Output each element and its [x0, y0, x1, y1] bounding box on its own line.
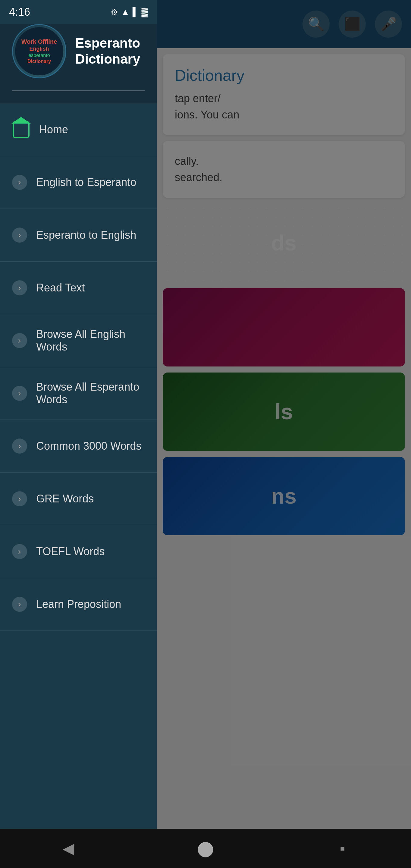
logo-work-text: Work Offline [22, 38, 57, 45]
logo-inner: Work Offline English esperanto Dictionar… [15, 27, 63, 75]
sidebar-item-toefl-words[interactable]: › TOEFL Words [0, 525, 157, 578]
home-icon [12, 121, 30, 138]
chevron-right-icon-2: › [12, 227, 27, 243]
sidebar-item-english-to-esperanto-label: English to Esperanto [36, 176, 145, 189]
back-icon: ◀ [63, 840, 74, 857]
sidebar-item-common-3000-words[interactable]: › Common 3000 Words [0, 420, 157, 472]
settings-status-icon: ⚙ [110, 7, 118, 17]
sidebar-item-gre-words-label: GRE Words [36, 493, 145, 505]
wifi-icon: ▲ [121, 7, 130, 17]
navigation-drawer: 4:16 ⚙ ▲ ▌ ▓ Work Offline English espera… [0, 0, 157, 868]
drawer-app-title-line2: Dictionary [75, 51, 140, 67]
chevron-right-icon-5: › [12, 386, 27, 401]
sidebar-item-english-to-esperanto[interactable]: › English to Esperanto [0, 156, 157, 209]
chevron-right-icon-9: › [12, 597, 27, 612]
sidebar-item-browse-all-esperanto-words[interactable]: › Browse All Esperanto Words [0, 367, 157, 420]
chevron-right-icon-3: › [12, 280, 27, 296]
status-time: 4:16 [9, 6, 30, 19]
drawer-logo-row: Work Offline English esperanto Dictionar… [12, 24, 145, 79]
chevron-right-icon-7: › [12, 491, 27, 506]
home-roof [11, 117, 31, 124]
recent-apps-icon: ▪ [340, 840, 345, 857]
sidebar-item-esperanto-to-english[interactable]: › Esperanto to English [0, 209, 157, 261]
chevron-right-icon-4: › [12, 333, 27, 348]
home-icon-shape [13, 121, 30, 138]
home-button[interactable]: ⬤ [187, 836, 224, 861]
sidebar-item-learn-preposition-label: Learn Preposition [36, 598, 145, 611]
sidebar-item-read-text[interactable]: › Read Text [0, 261, 157, 314]
app-logo: Work Offline English esperanto Dictionar… [12, 24, 66, 79]
logo-english-text: English [29, 46, 49, 52]
drawer-divider-top [12, 90, 145, 91]
signal-icon: ▌ [133, 7, 138, 17]
sidebar-item-gre-words[interactable]: › GRE Words [0, 472, 157, 525]
drawer-menu: Home › English to Esperanto › Esperanto … [0, 103, 157, 868]
chevron-right-icon: › [12, 175, 27, 190]
battery-icon: ▓ [141, 7, 148, 17]
sidebar-item-home-label: Home [39, 123, 145, 136]
sidebar-item-home[interactable]: Home [0, 103, 157, 156]
home-nav-icon: ⬤ [197, 840, 214, 857]
drawer-overlay[interactable] [157, 0, 411, 868]
sidebar-item-browse-all-esperanto-words-label: Browse All Esperanto Words [36, 381, 145, 406]
status-bar: 4:16 ⚙ ▲ ▌ ▓ [0, 0, 157, 24]
sidebar-item-learn-preposition[interactable]: › Learn Preposition [0, 578, 157, 631]
drawer-title-block: Esperanto Dictionary [75, 35, 140, 67]
drawer-app-title-line1: Esperanto [75, 35, 140, 51]
sidebar-item-common-3000-words-label: Common 3000 Words [36, 440, 145, 453]
sidebar-item-esperanto-to-english-label: Esperanto to English [36, 229, 145, 241]
bottom-navigation-bar: ◀ ⬤ ▪ [0, 829, 411, 868]
sidebar-item-read-text-label: Read Text [36, 281, 145, 294]
recent-apps-button[interactable]: ▪ [324, 836, 361, 861]
logo-esperanto-text: esperanto [28, 53, 50, 58]
chevron-right-icon-8: › [12, 544, 27, 559]
back-button[interactable]: ◀ [50, 836, 87, 861]
chevron-right-icon-6: › [12, 438, 27, 454]
status-icons: ⚙ ▲ ▌ ▓ [110, 7, 148, 17]
sidebar-item-browse-all-english-words[interactable]: › Browse All English Words [0, 314, 157, 367]
logo-dict-text: Dictionary [27, 59, 51, 64]
sidebar-item-toefl-words-label: TOEFL Words [36, 545, 145, 558]
sidebar-item-browse-all-english-words-label: Browse All English Words [36, 328, 145, 353]
